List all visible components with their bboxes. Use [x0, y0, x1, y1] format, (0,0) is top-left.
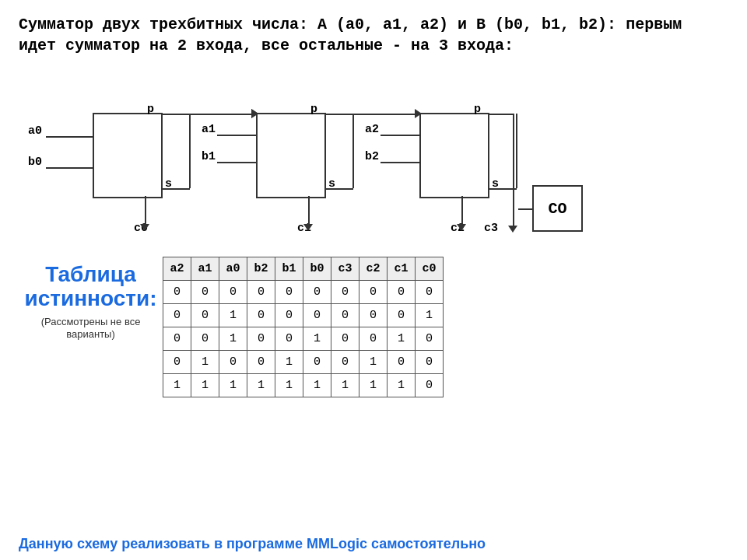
table-cell-r1-c4: 0: [275, 304, 303, 327]
table-header-b2: b2: [247, 257, 275, 281]
c2-vline: [461, 196, 463, 227]
c0-arrow: [140, 224, 149, 231]
table-header-row: a2a1a0b2b1b0c3c2c1c0: [163, 257, 444, 281]
table-header-a0: a0: [219, 257, 247, 281]
b0-label: b0: [28, 156, 42, 169]
table-row: 0010010010: [163, 327, 444, 351]
table-cell-r1-c9: 1: [416, 304, 444, 327]
table-cell-r4-c2: 1: [219, 374, 247, 397]
c2-arrow: [457, 224, 466, 231]
truth-subtitle: (Рассмотрены не все варианты): [19, 316, 163, 342]
table-header-c1: c1: [388, 257, 416, 281]
c0-vline: [145, 196, 146, 227]
p3-out-line: [489, 114, 513, 115]
adder-box-2: [256, 113, 326, 198]
p1-to-adder2-line: [163, 114, 256, 115]
table-cell-r3-c8: 0: [388, 351, 416, 374]
table-cell-r0-c0: 0: [163, 281, 191, 304]
truth-label-container: Таблица истинности: (Рассмотрены не все …: [19, 257, 163, 341]
table-cell-r4-c8: 1: [388, 374, 416, 397]
table-cell-r2-c4: 0: [275, 327, 303, 351]
table-cell-r1-c5: 0: [303, 304, 331, 327]
truth-title: Таблица истинности:: [19, 263, 163, 311]
table-row: 0000000000: [163, 281, 444, 304]
c1-vline: [308, 196, 310, 227]
table-cell-r3-c9: 0: [416, 351, 444, 374]
table-cell-r2-c1: 0: [191, 327, 219, 351]
table-cell-r0-c6: 0: [331, 281, 359, 304]
bottom-section: Таблица истинности: (Рассмотрены не все …: [19, 257, 728, 397]
table-header-a2: a2: [163, 257, 191, 281]
page: Сумматор двух трехбитных числа: А (а0, а…: [0, 0, 747, 560]
table-cell-r2-c5: 1: [303, 327, 331, 351]
s2-hline: [326, 188, 353, 190]
table-cell-r1-c8: 0: [388, 304, 416, 327]
b1-line: [217, 162, 256, 163]
a0-label: a0: [28, 124, 42, 138]
footer: Данную схему реализовать в программе MML…: [19, 536, 728, 552]
a2-label: a2: [365, 123, 379, 136]
table-cell-r3-c0: 0: [163, 351, 191, 374]
b0-line: [46, 167, 93, 169]
table-cell-r1-c6: 0: [331, 304, 359, 327]
c3-arrow: [508, 226, 517, 233]
s1-hline: [163, 188, 190, 190]
table-cell-r2-c9: 0: [416, 327, 444, 351]
co-box: CO: [532, 185, 583, 232]
c1-arrow: [303, 224, 313, 231]
p3-label: p: [474, 103, 481, 116]
table-cell-r0-c9: 0: [416, 281, 444, 304]
table-cell-r3-c3: 0: [247, 351, 275, 374]
table-header-c0: c0: [416, 257, 444, 281]
table-cell-r4-c7: 1: [359, 374, 388, 397]
a0-line: [46, 136, 93, 138]
table-header-c2: c2: [359, 257, 388, 281]
table-cell-r0-c3: 0: [247, 281, 275, 304]
table-cell-r0-c1: 0: [191, 281, 219, 304]
table-row: 0100100100: [163, 351, 444, 374]
diagram-area: a0 b0 p s c0 a1 b1 p s c1: [19, 70, 728, 249]
table-cell-r2-c0: 0: [163, 327, 191, 351]
table-cell-r3-c5: 0: [303, 351, 331, 374]
b2-label: b2: [365, 150, 379, 163]
a1-label: a1: [202, 123, 216, 136]
p2-to-adder3-line: [326, 114, 419, 115]
table-cell-r4-c1: 1: [191, 374, 219, 397]
table-cell-r3-c1: 1: [191, 351, 219, 374]
s3-hline: [489, 188, 517, 190]
table-cell-r0-c5: 0: [303, 281, 331, 304]
page-title: Сумматор двух трехбитных числа: А (а0, а…: [19, 14, 728, 56]
table-cell-r1-c3: 0: [247, 304, 275, 327]
s2-vline: [352, 114, 354, 188]
table-cell-r3-c6: 0: [331, 351, 359, 374]
co-in-line: [518, 208, 532, 210]
table-cell-r4-c0: 1: [163, 374, 191, 397]
table-cell-r1-c7: 0: [359, 304, 388, 327]
table-cell-r4-c4: 1: [275, 374, 303, 397]
table-cell-r4-c9: 0: [416, 374, 444, 397]
p2-label: p: [310, 103, 317, 116]
table-cell-r1-c2: 1: [219, 304, 247, 327]
table-cell-r0-c8: 0: [388, 281, 416, 304]
table-header-c3: c3: [331, 257, 359, 281]
c3-vline: [513, 114, 514, 229]
table-cell-r0-c2: 0: [219, 281, 247, 304]
a1-line: [217, 135, 256, 136]
table-cell-r3-c2: 0: [219, 351, 247, 374]
table-cell-r4-c3: 1: [247, 374, 275, 397]
table-cell-r1-c0: 0: [163, 304, 191, 327]
table-cell-r2-c3: 0: [247, 327, 275, 351]
truth-table: a2a1a0b2b1b0c3c2c1c0 0000000000001000000…: [163, 257, 444, 397]
table-cell-r0-c7: 0: [359, 281, 388, 304]
b2-line: [381, 162, 419, 163]
table-header-b1: b1: [275, 257, 303, 281]
table-cell-r2-c6: 0: [331, 327, 359, 351]
table-cell-r1-c1: 0: [191, 304, 219, 327]
table-cell-r0-c4: 0: [275, 281, 303, 304]
adder-box-1: [93, 113, 163, 198]
table-cell-r4-c6: 1: [331, 374, 359, 397]
c3-label: c3: [484, 222, 498, 235]
table-cell-r3-c7: 1: [359, 351, 388, 374]
table-row: 1111111110: [163, 374, 444, 397]
b1-label: b1: [202, 150, 216, 163]
